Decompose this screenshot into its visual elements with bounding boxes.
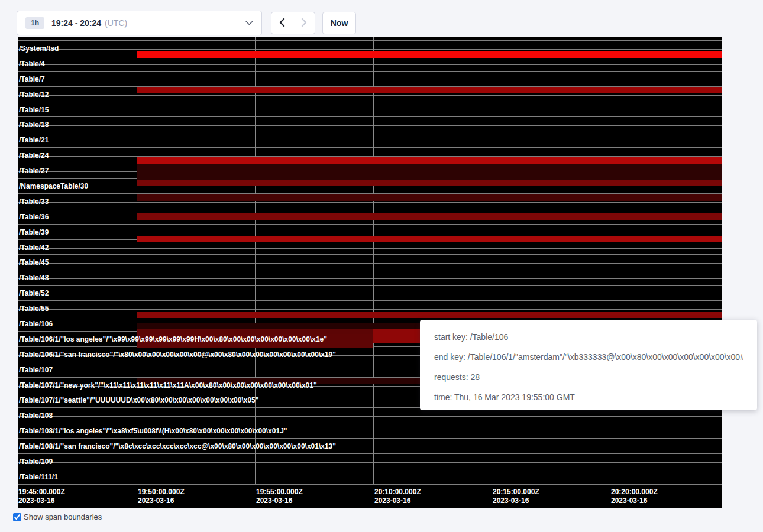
axis-tick-label: 19:45:00.000Z2023-03-16	[18, 488, 65, 505]
time-range-label: 19:24 - 20:24	[51, 18, 101, 28]
boundary-line	[18, 132, 722, 132]
heat-band	[137, 51, 722, 58]
boundary-line	[18, 478, 722, 478]
boundary-line	[18, 300, 722, 301]
boundary-line	[18, 294, 722, 294]
hover-tooltip: start key: /Table/106 end key: /Table/10…	[420, 320, 757, 410]
boundary-line	[18, 453, 722, 454]
heat-band	[137, 194, 722, 201]
chevron-right-icon	[301, 18, 307, 29]
time-gridline	[610, 37, 610, 484]
footer: Show span boundaries	[13, 512, 102, 521]
span-boundaries-label[interactable]: Show span boundaries	[24, 512, 102, 521]
span-label: /Table/4	[19, 60, 45, 67]
span-label: /Table/45	[19, 259, 49, 266]
span-label: /Table/18	[19, 121, 49, 128]
boundary-line	[18, 141, 722, 141]
boundary-line	[18, 285, 722, 286]
key-visualizer-canvas[interactable]: /System/tsd/Table/4/Table/7/Table/12/Tab…	[18, 37, 722, 508]
time-range-selector[interactable]: 1h 19:24 - 20:24 (UTC)	[17, 11, 262, 35]
span-label: /NamespaceTable/30	[19, 183, 88, 190]
next-interval-button[interactable]	[293, 12, 315, 34]
tooltip-end-key: end key: /Table/106/1/"amsterdam"/"\xb33…	[434, 351, 743, 364]
boundary-line	[18, 64, 722, 65]
now-button[interactable]: Now	[322, 12, 356, 34]
time-gridline	[373, 37, 374, 484]
span-label: /Table/39	[19, 229, 49, 236]
span-label: /System/tsd	[19, 45, 59, 52]
span-label: /Table/107	[19, 366, 53, 374]
heat-band	[137, 236, 722, 242]
boundary-line	[18, 49, 722, 50]
axis-tick-label: 20:20:00.000Z2023-03-16	[611, 488, 658, 505]
span-label: /Table/108/1/"los angeles"/"\xa8\xf5\u00…	[19, 427, 287, 434]
span-label: /Table/48	[19, 274, 49, 281]
boundary-line	[18, 224, 722, 225]
boundary-line	[18, 416, 722, 417]
span-label: /Table/107/1/"new york"/"\x11\x11\x11\x1…	[19, 382, 317, 389]
span-label: /Table/109	[19, 458, 53, 465]
time-gridline	[492, 37, 492, 484]
boundary-line	[18, 209, 722, 209]
span-label: /Table/12	[19, 91, 49, 98]
boundary-line	[18, 438, 722, 439]
previous-interval-button[interactable]	[271, 12, 293, 34]
span-label: /Table/107/1/"seattle"/"UUUUUUD\x00\x80\…	[19, 397, 258, 404]
heat-band	[137, 213, 722, 220]
span-label: /Table/108	[19, 412, 53, 419]
span-label: /Table/55	[19, 305, 49, 312]
span-label: /Table/52	[19, 290, 49, 297]
span-label: /Table/33	[19, 198, 49, 205]
axis-tick-label: 19:50:00.000Z2023-03-16	[138, 488, 185, 505]
heat-band	[137, 87, 722, 93]
span-label: /Table/106	[19, 320, 53, 327]
tooltip-start-key: start key: /Table/106	[434, 331, 743, 343]
tooltip-requests: requests: 28	[434, 371, 743, 384]
span-label: /Table/27	[19, 167, 49, 174]
boundary-line	[18, 187, 722, 187]
boundary-line	[18, 102, 722, 102]
time-gridline	[255, 37, 256, 484]
span-boundaries-checkbox[interactable]	[13, 513, 21, 521]
boundary-line	[18, 423, 722, 423]
span-label: /Table/21	[19, 137, 49, 144]
boundary-line	[18, 202, 722, 203]
time-nav-group	[271, 12, 315, 34]
heat-band	[137, 180, 722, 186]
boundary-line	[18, 469, 722, 469]
boundary-line	[18, 95, 722, 96]
boundary-line	[18, 147, 722, 148]
boundary-line	[18, 254, 722, 255]
axis-tick-label: 19:55:00.000Z2023-03-16	[256, 488, 303, 505]
boundary-line	[18, 248, 722, 249]
heat-band	[137, 312, 722, 318]
toolbar: 1h 19:24 - 20:24 (UTC) Now	[0, 0, 763, 37]
duration-badge: 1h	[25, 17, 44, 29]
span-label: /Table/106/1/"san francisco"/"\x80\x00\x…	[19, 351, 336, 358]
boundary-line	[18, 462, 722, 463]
boundary-line	[18, 309, 722, 310]
axis-tick-label: 20:10:00.000Z2023-03-16	[374, 488, 421, 505]
boundary-line	[18, 71, 722, 72]
boundary-line	[18, 263, 722, 264]
boundary-line	[18, 270, 722, 270]
boundary-line	[18, 80, 722, 80]
boundary-line	[18, 116, 722, 117]
span-label: /Table/108/1/"san francisco"/"\x8c\xcc\x…	[19, 443, 336, 450]
span-label: /Table/106/1/"los angeles"/"\x99\x99\x99…	[19, 336, 327, 343]
boundary-line	[18, 125, 722, 126]
timezone-label: (UTC)	[105, 18, 127, 28]
boundary-line	[18, 484, 722, 485]
boundary-line	[18, 111, 722, 111]
time-gridline	[137, 37, 137, 484]
span-label: /Table/7	[19, 76, 45, 83]
chevron-down-icon	[245, 21, 253, 25]
span-label: /Table/15	[19, 106, 49, 113]
boundary-line	[18, 278, 722, 279]
boundary-line	[18, 233, 722, 233]
heat-band	[137, 157, 722, 164]
span-label: /Table/24	[19, 152, 49, 159]
span-label: /Table/42	[19, 244, 49, 251]
span-label: /Table/111/1	[19, 473, 58, 481]
tooltip-time: time: Thu, 16 Mar 2023 19:55:00 GMT	[434, 391, 743, 404]
